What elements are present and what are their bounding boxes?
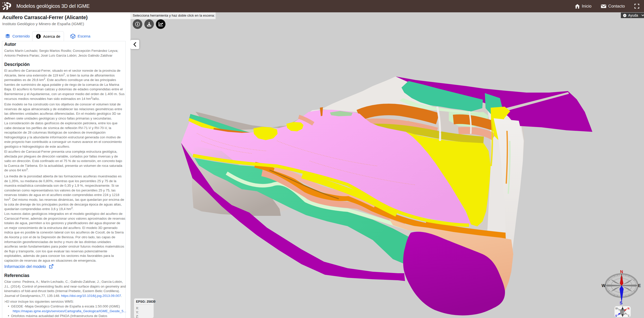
svg-text:E: E <box>628 314 630 317</box>
svg-text:W: W <box>615 307 618 310</box>
svg-text:E: E <box>638 284 641 288</box>
svg-text:?: ? <box>624 14 626 17</box>
svg-text:S: S <box>620 301 622 305</box>
svg-text:N: N <box>628 307 629 310</box>
svg-text:N: N <box>620 270 623 274</box>
svg-text:W: W <box>601 284 605 288</box>
svg-text:S: S <box>615 314 617 317</box>
